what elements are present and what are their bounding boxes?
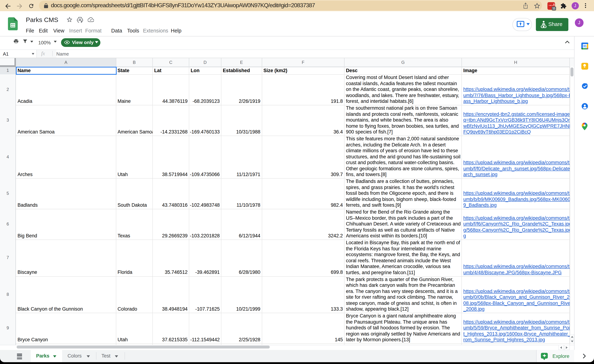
svg-text:31: 31	[583, 44, 587, 48]
